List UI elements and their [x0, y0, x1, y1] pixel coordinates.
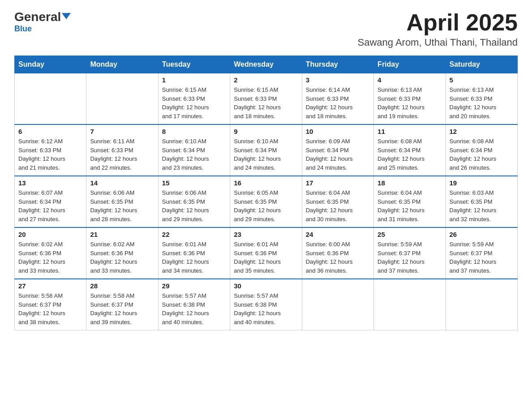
logo: General Blue [14, 11, 71, 34]
title-block: April 2025 Sawang Arom, Uthai Thani, Tha… [357, 11, 518, 48]
table-row: 8Sunrise: 6:10 AM Sunset: 6:34 PM Daylig… [158, 124, 230, 176]
day-info: Sunrise: 5:58 AM Sunset: 6:37 PM Dayligh… [18, 291, 82, 326]
day-number: 11 [378, 128, 442, 135]
day-number: 21 [90, 231, 154, 238]
day-info: Sunrise: 5:57 AM Sunset: 6:38 PM Dayligh… [162, 291, 226, 326]
col-tuesday: Tuesday [158, 56, 230, 73]
day-number: 28 [90, 282, 154, 290]
table-row: 18Sunrise: 6:04 AM Sunset: 6:35 PM Dayli… [374, 176, 446, 227]
day-info: Sunrise: 6:10 AM Sunset: 6:34 PM Dayligh… [162, 137, 226, 172]
day-info: Sunrise: 6:13 AM Sunset: 6:33 PM Dayligh… [378, 86, 442, 120]
table-row: 26Sunrise: 5:59 AM Sunset: 6:37 PM Dayli… [446, 227, 517, 279]
table-row: 7Sunrise: 6:11 AM Sunset: 6:33 PM Daylig… [86, 124, 158, 176]
col-thursday: Thursday [302, 56, 373, 73]
day-number: 15 [162, 179, 226, 187]
table-row: 6Sunrise: 6:12 AM Sunset: 6:33 PM Daylig… [15, 124, 86, 176]
day-number: 25 [378, 231, 442, 238]
col-friday: Friday [374, 56, 446, 73]
day-info: Sunrise: 6:15 AM Sunset: 6:33 PM Dayligh… [234, 86, 298, 120]
day-number: 2 [234, 76, 298, 84]
day-info: Sunrise: 6:04 AM Sunset: 6:35 PM Dayligh… [378, 188, 442, 223]
day-number: 8 [162, 128, 226, 135]
calendar-row: 20Sunrise: 6:02 AM Sunset: 6:36 PM Dayli… [15, 227, 518, 279]
table-row [446, 279, 517, 330]
day-info: Sunrise: 6:03 AM Sunset: 6:35 PM Dayligh… [450, 188, 514, 223]
table-row: 30Sunrise: 5:57 AM Sunset: 6:38 PM Dayli… [230, 279, 302, 330]
day-info: Sunrise: 6:06 AM Sunset: 6:35 PM Dayligh… [162, 188, 226, 223]
page-header: General Blue April 2025 Sawang Arom, Uth… [14, 11, 518, 48]
table-row: 5Sunrise: 6:13 AM Sunset: 6:33 PM Daylig… [446, 73, 517, 125]
day-info: Sunrise: 6:08 AM Sunset: 6:34 PM Dayligh… [450, 137, 514, 172]
day-number: 12 [450, 128, 514, 135]
table-row: 20Sunrise: 6:02 AM Sunset: 6:36 PM Dayli… [15, 227, 86, 279]
day-number: 27 [18, 282, 82, 290]
day-number: 3 [306, 76, 370, 84]
day-info: Sunrise: 6:05 AM Sunset: 6:35 PM Dayligh… [234, 188, 298, 223]
col-monday: Monday [86, 56, 158, 73]
day-info: Sunrise: 6:11 AM Sunset: 6:33 PM Dayligh… [90, 137, 154, 172]
table-row [86, 73, 158, 125]
day-number: 14 [90, 179, 154, 187]
day-info: Sunrise: 6:08 AM Sunset: 6:34 PM Dayligh… [378, 137, 442, 172]
day-info: Sunrise: 6:14 AM Sunset: 6:33 PM Dayligh… [306, 86, 370, 120]
table-row: 23Sunrise: 6:01 AM Sunset: 6:36 PM Dayli… [230, 227, 302, 279]
logo-triangle-icon [62, 13, 71, 19]
day-info: Sunrise: 6:01 AM Sunset: 6:36 PM Dayligh… [234, 240, 298, 275]
table-row: 9Sunrise: 6:10 AM Sunset: 6:34 PM Daylig… [230, 124, 302, 176]
day-number: 6 [18, 128, 82, 135]
location-title: Sawang Arom, Uthai Thani, Thailand [357, 37, 518, 48]
calendar-row: 1Sunrise: 6:15 AM Sunset: 6:33 PM Daylig… [15, 73, 518, 125]
table-row [15, 73, 86, 125]
day-info: Sunrise: 5:59 AM Sunset: 6:37 PM Dayligh… [450, 240, 514, 275]
col-wednesday: Wednesday [230, 56, 302, 73]
table-row: 28Sunrise: 5:58 AM Sunset: 6:37 PM Dayli… [86, 279, 158, 330]
day-number: 7 [90, 128, 154, 135]
day-info: Sunrise: 6:04 AM Sunset: 6:35 PM Dayligh… [306, 188, 370, 223]
table-row: 16Sunrise: 6:05 AM Sunset: 6:35 PM Dayli… [230, 176, 302, 227]
day-number: 20 [18, 231, 82, 238]
table-row: 3Sunrise: 6:14 AM Sunset: 6:33 PM Daylig… [302, 73, 373, 125]
col-saturday: Saturday [446, 56, 517, 73]
logo-sub: Blue [14, 24, 32, 34]
day-info: Sunrise: 6:02 AM Sunset: 6:36 PM Dayligh… [18, 240, 82, 275]
table-row: 15Sunrise: 6:06 AM Sunset: 6:35 PM Dayli… [158, 176, 230, 227]
day-info: Sunrise: 5:58 AM Sunset: 6:37 PM Dayligh… [90, 291, 154, 326]
day-info: Sunrise: 6:07 AM Sunset: 6:34 PM Dayligh… [18, 188, 82, 223]
table-row: 13Sunrise: 6:07 AM Sunset: 6:34 PM Dayli… [15, 176, 86, 227]
table-row: 19Sunrise: 6:03 AM Sunset: 6:35 PM Dayli… [446, 176, 517, 227]
day-number: 29 [162, 282, 226, 290]
day-number: 5 [450, 76, 514, 84]
day-info: Sunrise: 6:10 AM Sunset: 6:34 PM Dayligh… [234, 137, 298, 172]
day-number: 13 [18, 179, 82, 187]
day-info: Sunrise: 5:57 AM Sunset: 6:38 PM Dayligh… [234, 291, 298, 326]
day-info: Sunrise: 6:06 AM Sunset: 6:35 PM Dayligh… [90, 188, 154, 223]
day-info: Sunrise: 5:59 AM Sunset: 6:37 PM Dayligh… [378, 240, 442, 275]
table-row: 17Sunrise: 6:04 AM Sunset: 6:35 PM Dayli… [302, 176, 373, 227]
table-row: 27Sunrise: 5:58 AM Sunset: 6:37 PM Dayli… [15, 279, 86, 330]
day-info: Sunrise: 6:12 AM Sunset: 6:33 PM Dayligh… [18, 137, 82, 172]
table-row: 14Sunrise: 6:06 AM Sunset: 6:35 PM Dayli… [86, 176, 158, 227]
calendar-row: 13Sunrise: 6:07 AM Sunset: 6:34 PM Dayli… [15, 176, 518, 227]
day-number: 4 [378, 76, 442, 84]
table-row [302, 279, 373, 330]
day-number: 18 [378, 179, 442, 187]
day-number: 17 [306, 179, 370, 187]
day-info: Sunrise: 6:13 AM Sunset: 6:33 PM Dayligh… [450, 86, 514, 120]
day-number: 24 [306, 231, 370, 238]
day-number: 22 [162, 231, 226, 238]
table-row: 24Sunrise: 6:00 AM Sunset: 6:36 PM Dayli… [302, 227, 373, 279]
day-info: Sunrise: 6:15 AM Sunset: 6:33 PM Dayligh… [162, 86, 226, 120]
month-title: April 2025 [357, 11, 518, 34]
table-row [374, 279, 446, 330]
table-row: 2Sunrise: 6:15 AM Sunset: 6:33 PM Daylig… [230, 73, 302, 125]
day-info: Sunrise: 6:09 AM Sunset: 6:34 PM Dayligh… [306, 137, 370, 172]
day-number: 9 [234, 128, 298, 135]
day-number: 26 [450, 231, 514, 238]
table-row: 22Sunrise: 6:01 AM Sunset: 6:36 PM Dayli… [158, 227, 230, 279]
calendar-table: Sunday Monday Tuesday Wednesday Thursday… [14, 56, 518, 330]
calendar-row: 27Sunrise: 5:58 AM Sunset: 6:37 PM Dayli… [15, 279, 518, 330]
table-row: 10Sunrise: 6:09 AM Sunset: 6:34 PM Dayli… [302, 124, 373, 176]
table-row: 4Sunrise: 6:13 AM Sunset: 6:33 PM Daylig… [374, 73, 446, 125]
table-row: 1Sunrise: 6:15 AM Sunset: 6:33 PM Daylig… [158, 73, 230, 125]
day-number: 30 [234, 282, 298, 290]
